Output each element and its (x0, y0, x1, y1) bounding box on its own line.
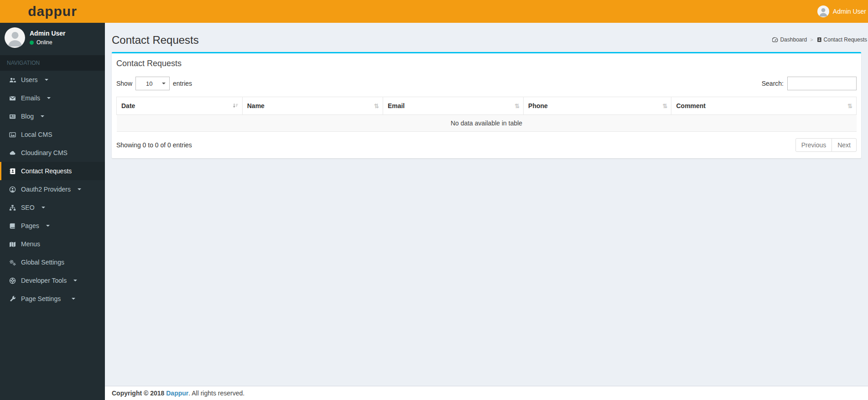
page-length-select[interactable]: 10 (135, 77, 170, 90)
sidebar-item-users[interactable]: Users (0, 71, 105, 89)
dashboard-icon (772, 37, 778, 43)
empty-message: No data available in table (117, 115, 857, 132)
table-info: Showing 0 to 0 of 0 entries (116, 141, 192, 149)
sidebar-item-contact-requests[interactable]: Contact Requests (0, 162, 105, 180)
address-book-icon (816, 37, 822, 42)
user-status[interactable]: Online (30, 39, 66, 46)
content-header: Contact Requests Dashboard > Contact Req… (105, 23, 868, 52)
online-status-icon (30, 41, 34, 45)
sidebar-item-cloudinary-cms[interactable]: Cloudinary CMS (0, 144, 105, 162)
chevron-down-icon (45, 79, 48, 83)
chevron-down-icon (46, 225, 50, 229)
content-wrapper: Contact Requests Dashboard > Contact Req… (105, 23, 868, 400)
sidebar-item-label: Blog (21, 113, 34, 120)
online-status-label: Online (36, 39, 52, 46)
breadcrumb-dashboard[interactable]: Dashboard (772, 36, 807, 43)
sidebar-item-label: Users (21, 76, 38, 83)
sidebar-item-local-cms[interactable]: Local CMS (0, 125, 105, 144)
sidebar-item-seo[interactable]: SEO (0, 198, 105, 217)
sort-icon: ⇅ (663, 103, 668, 109)
wrench-icon (8, 296, 16, 302)
sidebar-item-label: Global Settings (21, 259, 64, 266)
sidebar-section-header: NAVIGATION (0, 55, 105, 71)
chevron-down-icon (162, 83, 166, 86)
column-header-date[interactable]: Date (117, 97, 243, 115)
chevron-down-icon (72, 298, 75, 301)
footer: Copyright © 2018 Dappur. All rights rese… (105, 386, 868, 400)
page-length-value: 10 (146, 80, 152, 87)
sidebar-item-label: Page Settings (21, 295, 61, 302)
column-header-comment[interactable]: Comment ⇅ (671, 97, 857, 115)
map-icon (8, 241, 16, 248)
sidebar-item-label: Emails (21, 94, 40, 102)
page-length-control: Show 10 entries (116, 77, 192, 90)
panel-title: Contact Requests (116, 59, 857, 68)
sidebar: Admin User Online NAVIGATION Users Email… (0, 23, 105, 400)
book-icon (8, 223, 16, 229)
users-icon (8, 77, 16, 83)
previous-page-button[interactable]: Previous (795, 138, 832, 152)
chevron-down-icon (41, 115, 44, 119)
chevron-down-icon (78, 188, 81, 192)
user-avatar-icon (5, 27, 25, 48)
breadcrumb-separator: > (810, 37, 813, 42)
cloud-icon (8, 150, 16, 156)
user-circle-icon (8, 186, 16, 193)
sitemap-icon (8, 204, 16, 211)
sidebar-item-label: Pages (21, 222, 39, 229)
user-avatar-icon (817, 5, 829, 17)
sidebar-item-oauth2-providers[interactable]: Oauth2 Providers (0, 180, 105, 198)
sidebar-user-panel: Admin User Online (0, 23, 105, 52)
navbar-user-name: Admin User (833, 8, 866, 15)
contact-requests-table: Date Name ⇅ Email ⇅ Phone (116, 97, 857, 132)
footer-copyright: Copyright © 2018 (112, 390, 164, 397)
sidebar-item-pages[interactable]: Pages (0, 217, 105, 235)
chevron-down-icon (42, 207, 45, 210)
column-header-email[interactable]: Email ⇅ (383, 97, 523, 115)
sidebar-item-label: SEO (21, 204, 35, 211)
chevron-down-icon (73, 280, 77, 283)
sidebar-item-page-settings[interactable]: Page Settings (0, 290, 105, 308)
sidebar-item-label: Developer Tools (21, 277, 67, 284)
sort-icon: ⇅ (374, 103, 379, 109)
developer-tools-icon (8, 277, 16, 284)
next-page-button[interactable]: Next (832, 138, 857, 152)
sidebar-item-label: Cloudinary CMS (21, 149, 68, 156)
sidebar-item-global-settings[interactable]: Global Settings (0, 253, 105, 271)
footer-suffix: . All rights reserved. (188, 390, 244, 397)
navbar-user-menu[interactable]: Admin User (816, 5, 867, 17)
column-header-phone[interactable]: Phone ⇅ (524, 97, 671, 115)
pagination: Previous Next (795, 138, 857, 152)
sidebar-item-menus[interactable]: Menus (0, 235, 105, 253)
sidebar-item-label: Oauth2 Providers (21, 186, 71, 193)
top-navbar: dappur Admin User (0, 0, 868, 23)
gears-icon (8, 259, 16, 266)
breadcrumb-contact-requests: Contact Requests (816, 36, 867, 43)
sidebar-user-name: Admin User (30, 30, 66, 37)
newspaper-icon (8, 113, 16, 120)
content-spacer (105, 158, 868, 386)
sidebar-item-label: Contact Requests (21, 167, 72, 175)
sidebar-item-emails[interactable]: Emails (0, 89, 105, 107)
app-logo[interactable]: dappur (0, 0, 105, 23)
search-label: Search: (762, 80, 784, 87)
entries-label: entries (173, 80, 192, 87)
footer-brand-link[interactable]: Dappur (166, 390, 188, 397)
sidebar-item-label: Menus (21, 240, 40, 248)
chevron-down-icon (47, 97, 51, 101)
breadcrumb: Dashboard > Contact Requests (772, 36, 867, 43)
sidebar-item-developer-tools[interactable]: Developer Tools (0, 271, 105, 290)
sidebar-item-blog[interactable]: Blog (0, 107, 105, 125)
contact-requests-panel: Contact Requests Show 10 entries Search: (112, 52, 861, 158)
envelope-icon (8, 95, 16, 102)
address-book-icon (8, 168, 16, 175)
sort-active-icon (233, 103, 239, 109)
search-input[interactable] (787, 77, 857, 90)
sort-icon: ⇅ (847, 103, 852, 109)
table-empty-row: No data available in table (117, 115, 857, 132)
image-icon (8, 131, 16, 138)
page-title: Contact Requests (112, 34, 861, 47)
show-label: Show (116, 80, 132, 87)
column-header-name[interactable]: Name ⇅ (242, 97, 383, 115)
sort-icon: ⇅ (515, 103, 520, 109)
